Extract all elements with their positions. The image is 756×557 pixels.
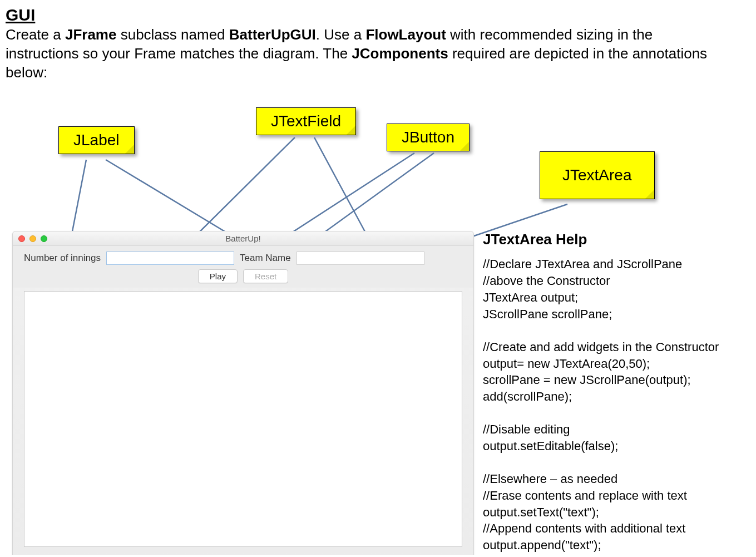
intro-bold-jcomponents: JComponents <box>352 45 448 62</box>
section-heading: GUI <box>6 6 750 24</box>
help-panel: JTextArea Help //Declare JTextArea and J… <box>483 230 756 553</box>
output-textarea[interactable] <box>24 291 462 547</box>
sticky-jlabel: JLabel <box>58 126 135 154</box>
window-title: BatterUp! <box>13 234 473 243</box>
intro-paragraph: Create a JFrame subclass named BatterUpG… <box>6 26 718 82</box>
intro-bold-batterupgui: BatterUpGUI <box>229 26 316 43</box>
help-title: JTextArea Help <box>483 230 756 249</box>
mock-window: BatterUp! Number of innings Team Name Pl… <box>12 231 474 555</box>
intro-text: . Use a <box>316 26 366 43</box>
intro-text: Create a <box>6 26 65 43</box>
intro-text: subclass named <box>116 26 229 43</box>
intro-bold-jframe: JFrame <box>65 26 117 43</box>
innings-input[interactable] <box>106 252 234 265</box>
intro-bold-flowlayout: FlowLayout <box>365 26 446 43</box>
innings-label: Number of innings <box>24 253 101 264</box>
sticky-jbutton: JButton <box>387 124 470 151</box>
diagram-area: JLabel JTextField JButton JTextArea Batt… <box>6 93 750 549</box>
sticky-jtextarea: JTextArea <box>540 151 655 199</box>
play-button[interactable]: Play <box>198 269 238 283</box>
titlebar: BatterUp! <box>13 231 473 246</box>
help-code: //Declare JTextArea and JScrollPane //ab… <box>483 256 756 553</box>
sticky-jtextfield: JTextField <box>256 107 356 135</box>
team-label: Team Name <box>240 253 291 264</box>
controls-panel: Number of innings Team Name Play Reset <box>13 246 473 288</box>
reset-button[interactable]: Reset <box>243 269 288 283</box>
team-input[interactable] <box>297 252 424 265</box>
